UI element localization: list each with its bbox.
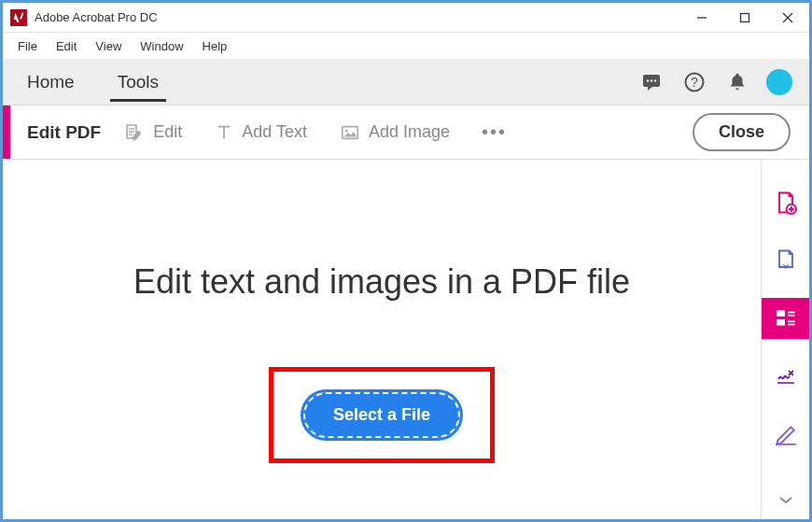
menubar: File Edit View Window Help xyxy=(3,33,809,59)
main-canvas: Edit text and images in a PDF file Selec… xyxy=(3,160,761,519)
svg-rect-14 xyxy=(777,319,785,326)
close-button[interactable]: Close xyxy=(693,113,791,151)
add-text-tool-label: Add Text xyxy=(242,122,307,142)
menu-window[interactable]: Window xyxy=(131,35,192,57)
help-icon[interactable]: ? xyxy=(679,66,710,98)
app-icon xyxy=(10,9,27,26)
select-a-file-button[interactable]: Select a File xyxy=(303,392,460,438)
svg-text:?: ? xyxy=(691,75,698,90)
add-image-tool-label: Add Image xyxy=(369,122,450,142)
select-file-highlight: Select a File xyxy=(269,367,495,463)
add-text-tool-button[interactable]: Add Text xyxy=(214,122,307,143)
user-avatar[interactable] xyxy=(766,69,792,95)
tab-home[interactable]: Home xyxy=(20,63,82,102)
export-pdf-icon[interactable] xyxy=(765,240,806,281)
window-titlebar: Adobe Acrobat Pro DC xyxy=(3,3,809,33)
edit-tool-label: Edit xyxy=(153,122,182,142)
create-pdf-icon[interactable] xyxy=(765,182,806,223)
sign-icon[interactable] xyxy=(765,356,806,397)
edit-pdf-toolbar: Edit PDF Edit Add Text Add Image ••• Clo… xyxy=(3,106,809,160)
window-minimize-button[interactable] xyxy=(680,3,723,33)
expand-rail-chevron-icon[interactable] xyxy=(777,493,794,510)
window-close-button[interactable] xyxy=(766,3,809,33)
messages-icon[interactable] xyxy=(636,66,667,98)
add-text-icon xyxy=(214,122,234,143)
edit-icon xyxy=(123,121,146,144)
window-maximize-button[interactable] xyxy=(723,3,766,33)
right-tools-rail xyxy=(761,160,809,519)
add-image-tool-button[interactable]: Add Image xyxy=(339,122,450,143)
context-accent-bar xyxy=(3,106,10,159)
window-title: Adobe Acrobat Pro DC xyxy=(35,10,680,24)
toolbar-context-label: Edit PDF xyxy=(27,122,101,143)
edit-tool-button[interactable]: Edit xyxy=(123,121,182,144)
workspace: Edit text and images in a PDF file Selec… xyxy=(3,160,809,519)
menu-help[interactable]: Help xyxy=(193,35,237,57)
tabbar: Home Tools ? xyxy=(3,59,809,106)
comment-icon[interactable] xyxy=(765,414,806,455)
svg-point-7 xyxy=(654,79,656,81)
notifications-icon[interactable] xyxy=(721,66,753,98)
svg-rect-1 xyxy=(741,13,749,21)
svg-point-5 xyxy=(647,79,649,81)
svg-rect-13 xyxy=(777,310,785,317)
tab-tools[interactable]: Tools xyxy=(110,63,166,102)
menu-edit[interactable]: Edit xyxy=(47,35,86,57)
svg-point-11 xyxy=(345,129,348,132)
menu-file[interactable]: File xyxy=(8,35,47,57)
edit-pdf-rail-icon[interactable] xyxy=(762,298,810,339)
headline-text: Edit text and images in a PDF file xyxy=(133,262,630,302)
add-image-icon xyxy=(339,122,361,143)
more-tools-button[interactable]: ••• xyxy=(482,121,507,143)
menu-view[interactable]: View xyxy=(86,35,131,57)
svg-point-6 xyxy=(651,79,652,81)
